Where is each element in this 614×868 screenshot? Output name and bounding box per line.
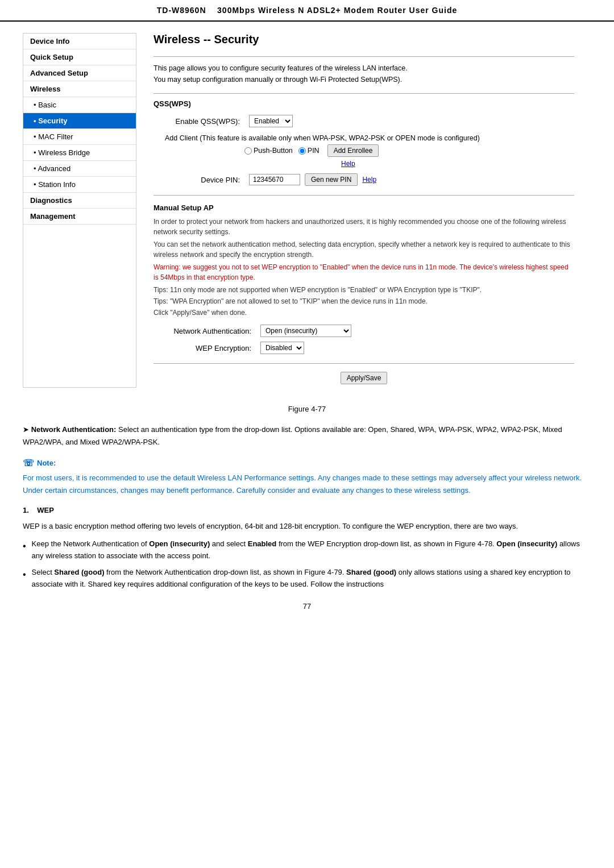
- enable-qss-label: Enable QSS(WPS):: [154, 113, 244, 130]
- wep-bullet-1-text: Keep the Network Authentication of Open …: [32, 538, 591, 562]
- description: This page allows you to configure securi…: [154, 63, 574, 85]
- pin-radio[interactable]: [298, 147, 306, 155]
- page-header: TD-W8960N 300Mbps Wireless N ADSL2+ Mode…: [0, 0, 614, 22]
- manual-setup-title: Manual Setup AP: [154, 203, 574, 212]
- apply-save-button[interactable]: Apply/Save: [341, 372, 388, 384]
- network-auth-para: ➤ Network Authentication: Select an auth…: [23, 423, 591, 448]
- wep-number-title: 1. WEP: [23, 506, 591, 514]
- note-section: ☏ Note: For most users, it is recommende…: [23, 458, 591, 497]
- note-label: ☏ Note:: [23, 458, 591, 468]
- wep-enc-select[interactable]: Disabled Enabled: [260, 342, 304, 354]
- manual-desc2: You can set the network authentication m…: [154, 239, 574, 260]
- figure-caption: Figure 4-77: [0, 405, 614, 413]
- pin-radio-label[interactable]: PIN: [298, 147, 320, 155]
- guide-title: 300Mbps Wireless N ADSL2+ Modem Router U…: [217, 6, 457, 15]
- bullet-icon-1: •: [23, 539, 26, 554]
- model-label: TD-W8960N: [157, 6, 206, 15]
- add-client-note: Add Client (This feature is available on…: [165, 134, 574, 142]
- wep-section: 1. WEP WEP is a basic encryption method …: [23, 506, 591, 590]
- below-content: ➤ Network Authentication: Select an auth…: [0, 423, 614, 645]
- click-note: Click "Apply/Save" when done.: [154, 308, 574, 318]
- device-pin-input[interactable]: [249, 174, 300, 185]
- sidebar-item-wireless[interactable]: Wireless: [23, 81, 136, 97]
- tips-text-1: Tips: 11n only mode are not supported wh…: [154, 285, 574, 295]
- apply-row: Apply/Save: [154, 372, 574, 384]
- manual-setup-section: Manual Setup AP In order to protect your…: [154, 203, 574, 384]
- note-icon: ☏: [23, 458, 34, 468]
- wep-enc-label: WEP Encryption:: [154, 339, 256, 356]
- sidebar-item-management[interactable]: Management: [23, 209, 136, 225]
- wep-para: WEP is a basic encryption method offerin…: [23, 520, 591, 533]
- help-link-1[interactable]: Help: [341, 160, 355, 168]
- qss-form: Enable QSS(WPS): Enabled Disabled: [154, 113, 574, 130]
- sidebar-item-quick-setup[interactable]: Quick Setup: [23, 49, 136, 65]
- network-auth-bold-label: Network Authentication:: [31, 425, 117, 434]
- network-auth-label: Network Authentication:: [154, 322, 256, 339]
- tips-text-2: Tips: "WPA Encryption" are not allowed t…: [154, 296, 574, 306]
- page-number: 77: [23, 602, 591, 610]
- sidebar: Device Info Quick Setup Advanced Setup W…: [23, 33, 136, 388]
- sidebar-item-advanced-setup[interactable]: Advanced Setup: [23, 65, 136, 81]
- content-area: Wireless -- Security This page allows yo…: [136, 33, 591, 388]
- manual-setup-form: Network Authentication: Open (insecurity…: [154, 322, 574, 356]
- note-text: For most users, it is recommended to use…: [23, 472, 591, 497]
- manual-desc1: In order to protect your network from ha…: [154, 217, 574, 237]
- push-button-radio-label[interactable]: Push-Button: [244, 147, 293, 155]
- sidebar-item-station-info[interactable]: • Station Info: [23, 177, 136, 193]
- warning-text: Warning: we suggest you not to set WEP e…: [154, 262, 574, 283]
- network-auth-select[interactable]: Open (insecurity) Shared WPA WPA-PSK WPA…: [260, 325, 351, 337]
- help-link-2[interactable]: Help: [362, 176, 376, 184]
- sidebar-item-basic[interactable]: • Basic: [23, 97, 136, 113]
- wep-bullet-2: • Select Shared (good) from the Network …: [23, 567, 591, 591]
- sidebar-item-security[interactable]: • Security: [23, 113, 136, 129]
- enable-qss-select[interactable]: Enabled Disabled: [249, 115, 293, 127]
- sidebar-item-mac-filter[interactable]: • MAC Filter: [23, 129, 136, 145]
- bullet-icon-2: •: [23, 567, 26, 582]
- sidebar-item-diagnostics[interactable]: Diagnostics: [23, 193, 136, 209]
- gen-new-pin-button[interactable]: Gen new PIN: [305, 173, 358, 186]
- push-button-radio[interactable]: [244, 147, 252, 155]
- device-pin-form: Device PIN: Gen new PIN Help: [154, 171, 574, 188]
- sidebar-item-device-info[interactable]: Device Info: [23, 34, 136, 49]
- pin-mode-radio-group: Push-Button PIN: [244, 147, 320, 155]
- qss-section-title: QSS(WPS): [154, 99, 574, 108]
- sidebar-item-wireless-bridge[interactable]: • Wireless Bridge: [23, 145, 136, 161]
- sidebar-item-advanced[interactable]: • Advanced: [23, 161, 136, 177]
- page-title: Wireless -- Security: [154, 33, 574, 49]
- device-pin-label: Device PIN:: [154, 171, 244, 188]
- add-enrollee-button[interactable]: Add Enrollee: [327, 144, 379, 157]
- wep-bullet-2-text: Select Shared (good) from the Network Au…: [32, 567, 591, 591]
- wep-bullet-1: • Keep the Network Authentication of Ope…: [23, 538, 591, 562]
